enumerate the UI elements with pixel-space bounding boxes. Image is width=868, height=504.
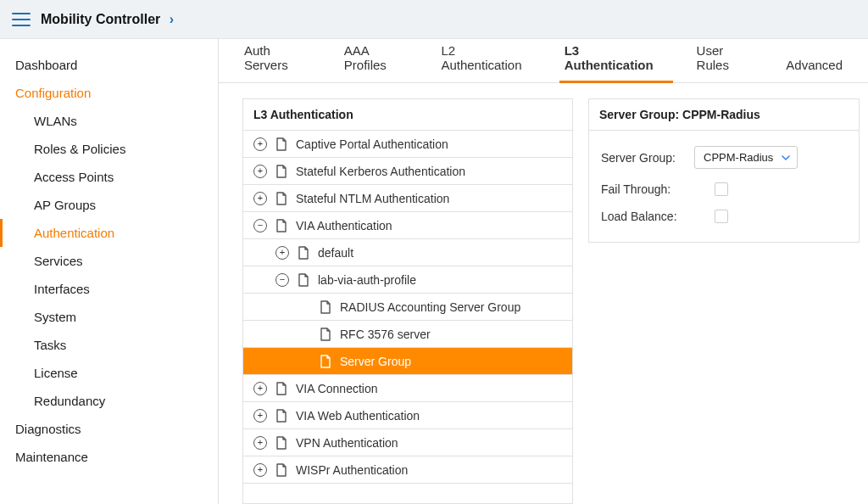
tree-row-label: RFC 3576 server xyxy=(340,328,431,341)
sidebar-item-access-points[interactable]: Access Points xyxy=(0,163,218,191)
server-group-label: Server Group: xyxy=(601,151,694,165)
tree-rows: +Captive Portal Authentication+Stateful … xyxy=(243,131,572,484)
tree-row-label: RADIUS Accounting Server Group xyxy=(340,300,520,314)
page-icon xyxy=(275,192,287,205)
tree-row[interactable]: +VPN Authentication xyxy=(243,429,572,456)
fail-through-checkbox[interactable] xyxy=(715,182,728,196)
content-area: Auth Servers AAA Profiles L2 Authenticat… xyxy=(219,39,868,504)
tree-row-label: VIA Authentication xyxy=(296,219,392,232)
page-icon xyxy=(275,463,287,477)
sidebar-item-dashboard[interactable]: Dashboard xyxy=(0,51,218,79)
tree-row-label: VIA Web Authentication xyxy=(296,409,420,423)
tree-row[interactable]: Server Group xyxy=(243,348,572,375)
sidebar-item-maintenance[interactable]: Maintenance xyxy=(0,443,218,471)
sidebar-item-diagnostics[interactable]: Diagnostics xyxy=(0,415,218,443)
sidebar-item-interfaces[interactable]: Interfaces xyxy=(0,275,218,303)
expand-plus-icon[interactable]: + xyxy=(253,463,267,477)
expand-plus-icon[interactable]: + xyxy=(253,137,267,151)
sidebar-label: Maintenance xyxy=(15,450,88,464)
tree-row-label: Captive Portal Authentication xyxy=(296,137,448,151)
sidebar-label: Configuration xyxy=(15,86,91,100)
tree-row-label: Server Group xyxy=(340,355,411,368)
sidebar-item-license[interactable]: License xyxy=(0,359,218,387)
tab-bar: Auth Servers AAA Profiles L2 Authenticat… xyxy=(219,39,868,83)
chevron-right-icon: › xyxy=(170,12,174,26)
tab-user-rules[interactable]: User Rules xyxy=(695,43,760,82)
tree-row-label: lab-via-auth-profile xyxy=(318,273,416,287)
top-bar: Mobility Controller › xyxy=(0,0,868,39)
sidebar-item-configuration[interactable]: Configuration xyxy=(0,79,218,107)
tree-row-label: default xyxy=(318,246,353,260)
tree-row[interactable]: +Stateful NTLM Authentication xyxy=(243,185,572,212)
page-icon xyxy=(275,409,287,423)
sidebar-label: AP Groups xyxy=(34,198,96,212)
tab-label: User Rules xyxy=(697,43,729,72)
tree-row[interactable]: +WISPr Authentication xyxy=(243,456,572,484)
tree-row-label: VIA Connection xyxy=(296,382,378,395)
tab-label: Auth Servers xyxy=(244,43,288,72)
tree-row[interactable]: +Stateful Kerberos Authentication xyxy=(243,158,572,185)
sidebar-item-ap-groups[interactable]: AP Groups xyxy=(0,191,218,219)
page-icon xyxy=(298,246,309,260)
tree-row[interactable]: +VIA Connection xyxy=(243,375,572,402)
server-group-value: CPPM-Radius xyxy=(704,151,773,164)
collapse-minus-icon[interactable]: − xyxy=(275,273,289,287)
sidebar-label: System xyxy=(34,310,76,324)
collapse-minus-icon[interactable]: − xyxy=(253,219,267,232)
app-title-text: Mobility Controller xyxy=(41,12,160,26)
sidebar-label: Dashboard xyxy=(15,58,77,72)
page-icon xyxy=(275,165,287,178)
menu-icon[interactable] xyxy=(12,13,31,26)
expand-plus-icon[interactable]: + xyxy=(275,246,289,260)
expand-plus-icon[interactable]: + xyxy=(253,192,267,205)
sidebar-item-system[interactable]: System xyxy=(0,303,218,331)
sidebar-item-redundancy[interactable]: Redundancy xyxy=(0,387,218,415)
sidebar-item-wlans[interactable]: WLANs xyxy=(0,107,218,135)
sidebar-item-services[interactable]: Services xyxy=(0,247,218,275)
fail-through-label: Fail Through: xyxy=(601,182,694,196)
tab-label: L3 Authentication xyxy=(565,43,654,72)
tab-l2-authentication[interactable]: L2 Authentication xyxy=(439,43,537,82)
tree-row-label: VPN Authentication xyxy=(296,436,398,450)
tree-row[interactable]: +VIA Web Authentication xyxy=(243,402,572,429)
load-balance-label: Load Balance: xyxy=(601,210,694,223)
sidebar-label: Authentication xyxy=(34,226,114,240)
expand-plus-icon[interactable]: + xyxy=(253,409,267,423)
tab-label: Advanced xyxy=(786,58,843,72)
sidebar-label: License xyxy=(34,366,78,380)
sidebar: Dashboard Configuration WLANs Roles & Po… xyxy=(0,39,219,504)
page-icon xyxy=(275,219,287,232)
page-icon xyxy=(320,300,331,314)
tree-row[interactable]: RFC 3576 server xyxy=(243,321,572,348)
sidebar-item-tasks[interactable]: Tasks xyxy=(0,331,218,359)
tab-label: L2 Authentication xyxy=(441,43,521,72)
sidebar-label: Tasks xyxy=(34,338,66,352)
page-icon xyxy=(275,382,287,395)
sidebar-item-authentication[interactable]: Authentication xyxy=(0,219,218,247)
tab-auth-servers[interactable]: Auth Servers xyxy=(242,43,317,82)
tree-row[interactable]: −VIA Authentication xyxy=(243,212,572,239)
tree-row-label: Stateful Kerberos Authentication xyxy=(296,165,465,178)
expand-plus-icon[interactable]: + xyxy=(253,165,267,178)
tab-l3-authentication[interactable]: L3 Authentication xyxy=(563,43,670,82)
tree-panel: L3 Authentication +Captive Portal Authen… xyxy=(242,98,573,504)
tree-row[interactable]: +Captive Portal Authentication xyxy=(243,131,572,158)
expand-plus-icon[interactable]: + xyxy=(253,382,267,395)
tab-label: AAA Profiles xyxy=(344,43,387,72)
sidebar-label: Services xyxy=(34,254,83,268)
tab-advanced[interactable]: Advanced xyxy=(784,58,844,82)
tree-row-label: Stateful NTLM Authentication xyxy=(296,192,449,205)
expand-plus-icon[interactable]: + xyxy=(253,436,267,450)
tree-row[interactable]: −lab-via-auth-profile xyxy=(243,266,572,294)
tree-row[interactable]: RADIUS Accounting Server Group xyxy=(243,294,572,321)
app-title[interactable]: Mobility Controller › xyxy=(41,12,174,27)
sidebar-label: WLANs xyxy=(34,114,77,128)
server-group-select[interactable]: CPPM-Radius xyxy=(694,146,798,169)
tree-panel-title: L3 Authentication xyxy=(243,99,572,131)
load-balance-checkbox[interactable] xyxy=(715,210,728,223)
sidebar-label: Roles & Policies xyxy=(34,142,125,156)
sidebar-label: Access Points xyxy=(34,170,114,184)
tree-row[interactable]: +default xyxy=(243,239,572,266)
tab-aaa-profiles[interactable]: AAA Profiles xyxy=(342,43,415,82)
sidebar-item-roles-policies[interactable]: Roles & Policies xyxy=(0,135,218,163)
